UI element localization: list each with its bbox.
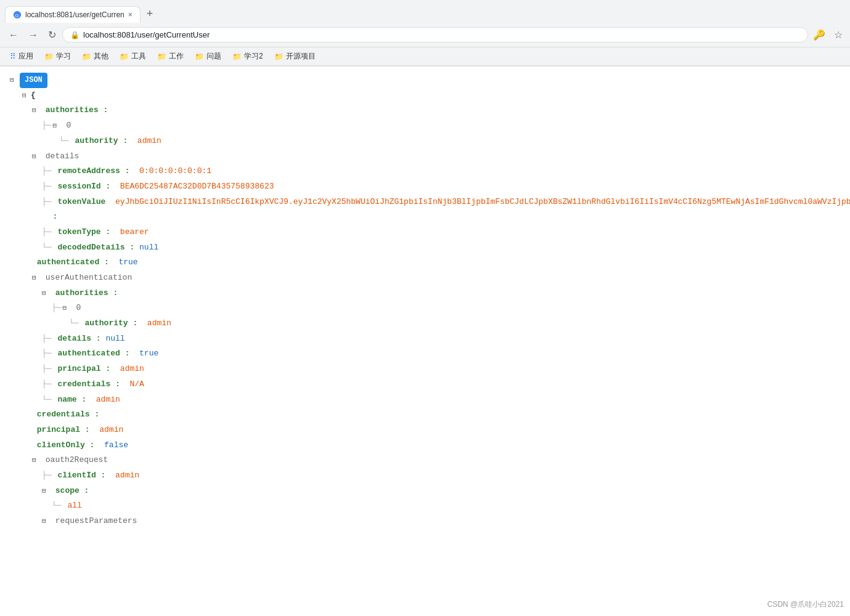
ua-name-key: name : xyxy=(53,392,87,408)
user-auth-toggle[interactable]: ⊟ xyxy=(32,272,41,285)
credentials-key: credentials : xyxy=(32,407,99,423)
bookmark-other[interactable]: 📁 其他 xyxy=(77,49,113,63)
json-tree: ⊟ JSON ⊟ { ⊟ authorities : ├─ ⊟ 0 └─ aut… xyxy=(10,73,840,529)
folder-icon-other: 📁 xyxy=(82,52,91,61)
new-tab-button[interactable]: + xyxy=(141,5,160,23)
bookmark-apps-label: 应用 xyxy=(18,51,33,62)
folder-icon-study: 📁 xyxy=(44,52,54,61)
close-tab-button[interactable]: × xyxy=(128,10,133,19)
active-tab[interactable]: G localhost:8081/user/getCurren × xyxy=(5,6,141,23)
authenticated-val-1: true xyxy=(109,255,138,270)
client-only-val: false xyxy=(94,438,128,453)
forward-button[interactable]: → xyxy=(25,27,42,43)
token-value-val: eyJhbGciOiJIUzI1NiIsInR5cCI6IkpXVCJ9.eyJ… xyxy=(105,195,850,210)
request-params-key: requestParameters xyxy=(51,514,137,529)
root-toggle[interactable]: ⊟ xyxy=(10,74,18,87)
lock-icon: 🔒 xyxy=(70,31,80,39)
svg-text:G: G xyxy=(15,13,19,18)
client-id-key: clientId : xyxy=(53,468,106,484)
navigation-bar: ← → ↻ 🔒 🔑 ☆ xyxy=(0,23,850,47)
ua-name-row: └─ name : admin xyxy=(10,392,840,408)
token-type-key: tokenType : xyxy=(53,225,111,240)
details-key: details xyxy=(41,149,79,164)
user-auth-row: ⊟ userAuthentication xyxy=(10,270,840,286)
details-row: ⊟ details xyxy=(10,149,840,164)
back-button[interactable]: ← xyxy=(5,27,22,43)
ua-authority-key: authority : xyxy=(80,316,138,331)
decoded-details-key: decodedDetails : xyxy=(53,240,135,256)
ua-principal-val: admin xyxy=(110,362,144,377)
bookmark-study2-label: 学习2 xyxy=(244,51,263,62)
ua-details-row: ├─ details : null xyxy=(10,331,840,347)
credentials-row: credentials : xyxy=(10,407,840,423)
folder-icon-work: 📁 xyxy=(157,52,166,61)
ua-authorities-key: authorities : xyxy=(51,286,118,301)
principal-val: admin xyxy=(90,423,124,438)
remote-address-row: ├─ remoteAddress : 0:0:0:0:0:0:0:1 xyxy=(10,164,840,179)
address-bar[interactable]: 🔒 xyxy=(62,27,808,43)
decoded-details-val: null xyxy=(134,240,158,256)
root-row: ⊟ JSON xyxy=(10,73,840,88)
bookmark-opensource[interactable]: 📁 开源项目 xyxy=(269,49,321,63)
client-only-row: clientOnly : false xyxy=(10,438,840,453)
authenticated-row-1: authenticated : true xyxy=(10,255,840,270)
ua-authenticated-row: ├─ authenticated : true xyxy=(10,346,840,362)
ua-index0-row: ├─ ⊟ 0 xyxy=(10,301,840,316)
token-type-row: ├─ tokenType : bearer xyxy=(10,225,840,240)
bookmark-issues[interactable]: 📁 问题 xyxy=(190,49,226,63)
client-id-val: admin xyxy=(105,468,139,484)
bookmark-study2[interactable]: 📁 学习2 xyxy=(227,49,268,63)
bookmark-button[interactable]: ☆ xyxy=(832,26,845,43)
browser-nav-icons: 🔑 ☆ xyxy=(811,26,845,43)
details-toggle[interactable]: ⊟ xyxy=(32,150,41,163)
authority-val-1: admin xyxy=(128,134,161,149)
authorities-row: ⊟ authorities : xyxy=(10,103,840,118)
folder-icon-opensource: 📁 xyxy=(274,52,284,61)
json-badge: JSON xyxy=(20,73,47,88)
ua-principal-row: ├─ principal : admin xyxy=(10,362,840,377)
bookmark-other-label: 其他 xyxy=(94,51,108,62)
page-content: ⊟ JSON ⊟ { ⊟ authorities : ├─ ⊟ 0 └─ aut… xyxy=(0,67,850,535)
ua-authenticated-val: true xyxy=(129,346,158,362)
ua-details-key: details : xyxy=(53,331,101,347)
bookmark-issues-label: 问题 xyxy=(206,51,221,62)
client-only-key: clientOnly : xyxy=(32,438,94,453)
bookmark-tools-label: 工具 xyxy=(131,51,146,62)
ua-index0-key: 0 xyxy=(72,301,81,316)
remote-address-val: 0:0:0:0:0:0:0:1 xyxy=(129,164,211,179)
bookmark-work-label: 工作 xyxy=(169,51,184,62)
browser-chrome: G localhost:8081/user/getCurren × + ← → … xyxy=(0,0,850,67)
ua-index0-toggle[interactable]: ⊟ xyxy=(63,302,72,315)
request-params-row: ⊟ requestParameters xyxy=(10,514,840,529)
token-value-key: tokenValue : xyxy=(53,195,106,225)
oauth2-request-row: ⊟ oauth2Request xyxy=(10,453,840,468)
bookmark-study[interactable]: 📁 学习 xyxy=(39,49,76,63)
scope-key: scope : xyxy=(51,484,89,499)
bookmark-tools[interactable]: 📁 工具 xyxy=(115,49,151,63)
oauth2-toggle[interactable]: ⊟ xyxy=(32,454,41,467)
ua-authority-row: └─ authority : admin xyxy=(10,316,840,331)
scope-row: ⊟ scope : xyxy=(10,484,840,499)
profile-button[interactable]: 🔑 xyxy=(811,26,828,43)
authority-key-1: authority : xyxy=(70,134,128,149)
obj-toggle[interactable]: ⊟ xyxy=(22,89,31,102)
auth-index0-row: ├─ ⊟ 0 xyxy=(10,118,840,134)
token-type-val: bearer xyxy=(110,225,149,240)
authorities-key: authorities : xyxy=(41,103,108,118)
bookmark-work[interactable]: 📁 工作 xyxy=(152,49,189,63)
scope-toggle[interactable]: ⊟ xyxy=(42,485,51,498)
authorities-toggle[interactable]: ⊟ xyxy=(32,104,41,117)
auth-index0-toggle[interactable]: ⊟ xyxy=(53,120,62,132)
ua-authenticated-key: authenticated : xyxy=(53,346,130,362)
remote-address-key: remoteAddress : xyxy=(53,164,130,179)
url-input[interactable] xyxy=(83,30,800,39)
bookmarks-bar: ⠿ 应用 📁 学习 📁 其他 📁 工具 📁 工作 📁 问题 📁 学习2 📁 xyxy=(0,47,850,66)
reload-button[interactable]: ↻ xyxy=(44,26,60,43)
ua-authorities-toggle[interactable]: ⊟ xyxy=(42,287,51,300)
bookmark-apps[interactable]: ⠿ 应用 xyxy=(5,49,38,63)
ua-principal-key: principal : xyxy=(53,362,111,377)
ua-credentials-val: N/A xyxy=(120,377,144,392)
tab-title: localhost:8081/user/getCurren xyxy=(25,10,125,19)
ua-details-val: null xyxy=(101,331,125,347)
request-params-toggle[interactable]: ⊟ xyxy=(42,515,51,528)
